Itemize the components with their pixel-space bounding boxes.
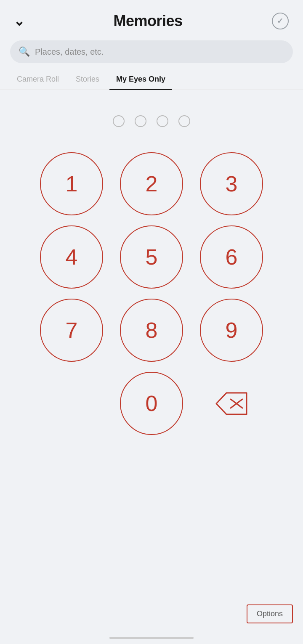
search-icon: 🔍 xyxy=(19,46,30,57)
pin-section: 1 2 3 4 5 6 7 xyxy=(0,90,303,598)
key-1-button[interactable]: 1 xyxy=(40,152,103,215)
options-area: Options xyxy=(0,598,303,637)
key-3-button[interactable]: 3 xyxy=(200,152,263,215)
tabs-bar: Camera Roll Stories My Eyes Only xyxy=(0,70,303,90)
key-0-button[interactable]: 0 xyxy=(120,372,183,435)
home-indicator xyxy=(109,637,194,639)
key-8-button[interactable]: 8 xyxy=(120,299,183,362)
chevron-down-icon[interactable]: ⌄ xyxy=(13,13,25,29)
keypad-row-2: 4 5 6 xyxy=(10,225,293,289)
key-4-button[interactable]: 4 xyxy=(40,225,103,289)
options-button[interactable]: Options xyxy=(247,604,293,623)
pin-dot-2 xyxy=(135,115,146,127)
keypad-row-3: 7 8 9 xyxy=(10,299,293,362)
pin-dot-1 xyxy=(113,115,125,127)
keypad-empty-space xyxy=(40,372,103,435)
tab-my-eyes-only[interactable]: My Eyes Only xyxy=(109,70,172,90)
header: ⌄ Memories xyxy=(0,0,303,37)
key-9-button[interactable]: 9 xyxy=(200,299,263,362)
pin-dot-4 xyxy=(178,115,190,127)
key-5-button[interactable]: 5 xyxy=(120,225,183,289)
key-2-button[interactable]: 2 xyxy=(120,152,183,215)
check-circle-icon xyxy=(272,13,289,29)
backspace-button[interactable] xyxy=(200,372,263,435)
select-button[interactable] xyxy=(271,12,290,30)
search-input[interactable]: Places, dates, etc. xyxy=(35,47,104,57)
backspace-icon xyxy=(215,392,248,415)
search-bar[interactable]: 🔍 Places, dates, etc. xyxy=(10,40,293,63)
keypad: 1 2 3 4 5 6 7 xyxy=(10,152,293,435)
key-7-button[interactable]: 7 xyxy=(40,299,103,362)
keypad-row-1: 1 2 3 xyxy=(10,152,293,215)
tab-camera-roll[interactable]: Camera Roll xyxy=(10,70,66,90)
pin-dot-3 xyxy=(157,115,168,127)
tab-stories[interactable]: Stories xyxy=(69,70,106,90)
page-title: Memories xyxy=(113,12,182,30)
keypad-row-4: 0 xyxy=(10,372,293,435)
pin-dots xyxy=(113,115,190,127)
key-6-button[interactable]: 6 xyxy=(200,225,263,289)
